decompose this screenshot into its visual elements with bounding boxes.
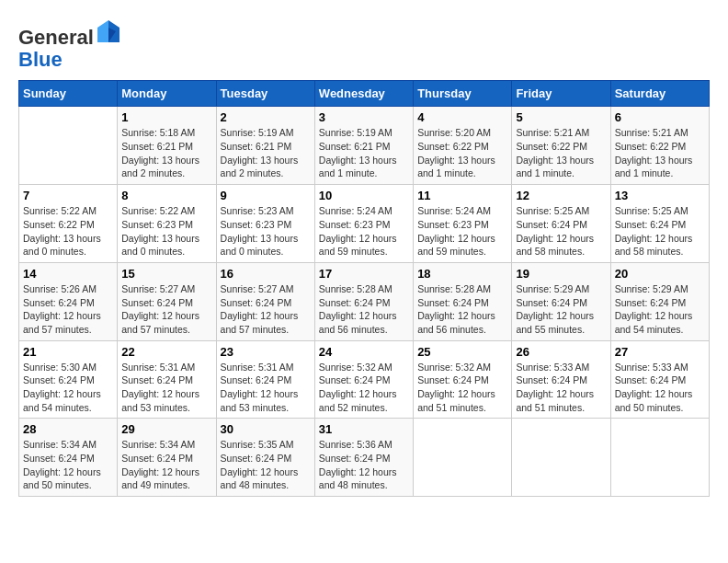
weekday-header: Wednesday (314, 81, 413, 107)
day-number: 19 (516, 267, 606, 281)
calendar-cell: 1Sunrise: 5:18 AM Sunset: 6:21 PM Daylig… (118, 107, 216, 185)
weekday-header: Friday (512, 81, 610, 107)
calendar-cell: 15Sunrise: 5:27 AM Sunset: 6:24 PM Dayli… (118, 262, 216, 340)
calendar-cell: 28Sunrise: 5:34 AM Sunset: 6:24 PM Dayli… (19, 419, 118, 497)
calendar-cell: 19Sunrise: 5:29 AM Sunset: 6:24 PM Dayli… (512, 262, 610, 340)
weekday-header: Saturday (610, 81, 709, 107)
calendar-cell: 24Sunrise: 5:32 AM Sunset: 6:24 PM Dayli… (314, 340, 413, 419)
day-info: Sunrise: 5:19 AM Sunset: 6:21 PM Dayligh… (221, 126, 311, 180)
day-info: Sunrise: 5:25 AM Sunset: 6:24 PM Dayligh… (516, 204, 606, 259)
calendar-cell: 16Sunrise: 5:27 AM Sunset: 6:24 PM Dayli… (216, 262, 314, 340)
day-number: 20 (615, 267, 705, 281)
calendar-header: SundayMondayTuesdayWednesdayThursdayFrid… (19, 81, 710, 107)
calendar-cell: 31Sunrise: 5:36 AM Sunset: 6:24 PM Dayli… (314, 419, 413, 497)
calendar-cell: 23Sunrise: 5:31 AM Sunset: 6:24 PM Dayli… (216, 340, 314, 419)
calendar-table: SundayMondayTuesdayWednesdayThursdayFrid… (18, 80, 710, 497)
day-number: 21 (23, 345, 113, 359)
day-number: 9 (221, 189, 311, 202)
day-info: Sunrise: 5:20 AM Sunset: 6:22 PM Dayligh… (417, 126, 507, 180)
weekday-header: Sunday (19, 81, 118, 107)
calendar-cell: 10Sunrise: 5:24 AM Sunset: 6:23 PM Dayli… (314, 185, 413, 263)
calendar-cell: 9Sunrise: 5:23 AM Sunset: 6:23 PM Daylig… (216, 185, 314, 263)
logo-blue-text: Blue (18, 48, 63, 71)
day-info: Sunrise: 5:27 AM Sunset: 6:24 PM Dayligh… (221, 282, 311, 337)
day-info: Sunrise: 5:22 AM Sunset: 6:22 PM Dayligh… (23, 204, 113, 259)
day-number: 13 (615, 189, 705, 202)
logo-general-text: General (18, 26, 94, 49)
calendar-cell: 2Sunrise: 5:19 AM Sunset: 6:21 PM Daylig… (216, 107, 314, 185)
day-number: 28 (23, 422, 113, 436)
day-number: 5 (516, 110, 606, 124)
day-number: 16 (221, 267, 311, 281)
calendar-cell: 4Sunrise: 5:20 AM Sunset: 6:22 PM Daylig… (414, 107, 512, 185)
day-info: Sunrise: 5:36 AM Sunset: 6:24 PM Dayligh… (319, 438, 409, 492)
day-info: Sunrise: 5:29 AM Sunset: 6:24 PM Dayligh… (615, 282, 705, 337)
day-info: Sunrise: 5:19 AM Sunset: 6:21 PM Dayligh… (319, 126, 409, 180)
calendar-cell: 12Sunrise: 5:25 AM Sunset: 6:24 PM Dayli… (512, 185, 610, 263)
day-number: 7 (23, 189, 113, 202)
day-info: Sunrise: 5:27 AM Sunset: 6:24 PM Dayligh… (121, 282, 211, 337)
day-number: 18 (417, 267, 507, 281)
day-info: Sunrise: 5:21 AM Sunset: 6:22 PM Dayligh… (516, 126, 606, 180)
day-info: Sunrise: 5:32 AM Sunset: 6:24 PM Dayligh… (417, 361, 507, 415)
day-info: Sunrise: 5:18 AM Sunset: 6:21 PM Dayligh… (121, 126, 211, 180)
day-number: 14 (23, 267, 113, 281)
day-number: 3 (319, 110, 409, 124)
day-number: 8 (121, 189, 211, 202)
calendar-cell: 27Sunrise: 5:33 AM Sunset: 6:24 PM Dayli… (610, 340, 709, 419)
day-info: Sunrise: 5:25 AM Sunset: 6:24 PM Dayligh… (615, 204, 705, 259)
calendar-cell: 17Sunrise: 5:28 AM Sunset: 6:24 PM Dayli… (314, 262, 413, 340)
day-number: 30 (221, 422, 311, 436)
day-number: 15 (121, 267, 211, 281)
day-info: Sunrise: 5:29 AM Sunset: 6:24 PM Dayligh… (516, 282, 606, 337)
logo-icon (96, 18, 121, 44)
day-number: 2 (221, 110, 311, 124)
day-info: Sunrise: 5:28 AM Sunset: 6:24 PM Dayligh… (319, 282, 409, 337)
calendar-cell: 14Sunrise: 5:26 AM Sunset: 6:24 PM Dayli… (19, 262, 118, 340)
day-info: Sunrise: 5:31 AM Sunset: 6:24 PM Dayligh… (221, 361, 311, 415)
calendar-cell (512, 419, 610, 497)
calendar-cell: 30Sunrise: 5:35 AM Sunset: 6:24 PM Dayli… (216, 419, 314, 497)
day-info: Sunrise: 5:31 AM Sunset: 6:24 PM Dayligh… (121, 361, 211, 415)
calendar-cell: 7Sunrise: 5:22 AM Sunset: 6:22 PM Daylig… (19, 185, 118, 263)
day-info: Sunrise: 5:33 AM Sunset: 6:24 PM Dayligh… (615, 361, 705, 415)
weekday-header: Thursday (414, 81, 512, 107)
calendar-cell: 21Sunrise: 5:30 AM Sunset: 6:24 PM Dayli… (19, 340, 118, 419)
day-number: 29 (121, 422, 211, 436)
calendar-cell (414, 419, 512, 497)
day-number: 17 (319, 267, 409, 281)
calendar-cell: 29Sunrise: 5:34 AM Sunset: 6:24 PM Dayli… (118, 419, 216, 497)
day-number: 10 (319, 189, 409, 202)
day-number: 22 (121, 345, 211, 359)
calendar-cell: 11Sunrise: 5:24 AM Sunset: 6:23 PM Dayli… (414, 185, 512, 263)
calendar-cell: 20Sunrise: 5:29 AM Sunset: 6:24 PM Dayli… (610, 262, 709, 340)
day-info: Sunrise: 5:24 AM Sunset: 6:23 PM Dayligh… (319, 204, 409, 259)
day-info: Sunrise: 5:35 AM Sunset: 6:24 PM Dayligh… (221, 438, 311, 492)
day-number: 1 (121, 110, 211, 124)
day-number: 12 (516, 189, 606, 202)
day-number: 31 (319, 422, 409, 436)
calendar-cell: 25Sunrise: 5:32 AM Sunset: 6:24 PM Dayli… (414, 340, 512, 419)
svg-marker-1 (97, 20, 108, 42)
weekday-header: Tuesday (216, 81, 314, 107)
calendar-cell: 26Sunrise: 5:33 AM Sunset: 6:24 PM Dayli… (512, 340, 610, 419)
day-info: Sunrise: 5:34 AM Sunset: 6:24 PM Dayligh… (121, 438, 211, 492)
day-number: 25 (417, 345, 507, 359)
calendar-cell: 8Sunrise: 5:22 AM Sunset: 6:23 PM Daylig… (118, 185, 216, 263)
calendar-cell: 13Sunrise: 5:25 AM Sunset: 6:24 PM Dayli… (610, 185, 709, 263)
day-info: Sunrise: 5:28 AM Sunset: 6:24 PM Dayligh… (417, 282, 507, 337)
calendar-cell (19, 107, 118, 185)
day-number: 6 (615, 110, 705, 124)
day-info: Sunrise: 5:32 AM Sunset: 6:24 PM Dayligh… (319, 361, 409, 415)
day-info: Sunrise: 5:34 AM Sunset: 6:24 PM Dayligh… (23, 438, 113, 492)
day-info: Sunrise: 5:24 AM Sunset: 6:23 PM Dayligh… (417, 204, 507, 259)
logo: General Blue (18, 18, 121, 71)
day-info: Sunrise: 5:22 AM Sunset: 6:23 PM Dayligh… (121, 204, 211, 259)
day-number: 27 (615, 345, 705, 359)
day-number: 24 (319, 345, 409, 359)
calendar-cell: 18Sunrise: 5:28 AM Sunset: 6:24 PM Dayli… (414, 262, 512, 340)
calendar-cell (610, 419, 709, 497)
calendar-cell: 6Sunrise: 5:21 AM Sunset: 6:22 PM Daylig… (610, 107, 709, 185)
day-number: 4 (417, 110, 507, 124)
calendar-cell: 22Sunrise: 5:31 AM Sunset: 6:24 PM Dayli… (118, 340, 216, 419)
